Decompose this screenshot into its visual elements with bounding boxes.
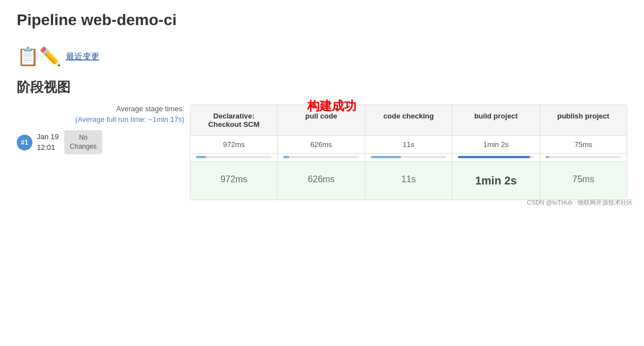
build-date: Jan 19 [37,132,59,142]
notebook-icon: 📋✏️ [17,46,61,67]
progress-bar-cell-4 [540,154,627,162]
progress-bar-cell-2 [365,154,452,162]
data-cell-1[interactable]: 626ms [278,162,365,200]
avg-full-run-suffix: run time: ~1min 17s) [116,115,184,124]
progress-bar-cell-0 [190,154,278,162]
avg-stage-times-label: Average stage times: [17,105,184,113]
build-time: 12:01 [37,143,59,153]
pipeline-header: Declarative: Checkout SCMpull codecode c… [190,105,627,136]
pipeline-header-cell-2: code checking [365,105,452,135]
stage-area: Average stage times: (Average full run t… [17,105,627,200]
avg-time-cell-3: 1min 2s [452,136,540,153]
data-cell-4[interactable]: 75ms [540,162,627,200]
data-cell-2[interactable]: 11s [365,162,452,200]
avg-time-cell-1: 626ms [278,136,365,153]
avg-time-cell-4: 75ms [540,136,627,153]
build-badge[interactable]: #1 [17,135,32,150]
data-cell-3[interactable]: 1min 2s [452,162,540,200]
build-info: Jan 19 12:01 [37,132,59,152]
avg-times-row: 972ms626ms11s1min 2s75ms [190,136,627,154]
watermark: CSDN @IoTHub · 物联网开源技术社区 [527,198,633,207]
pipeline-header-cell-4: publish project [540,105,627,135]
left-panel: Average stage times: (Average full run t… [17,105,190,154]
recent-changes-link[interactable]: 最近变更 [66,51,99,62]
progress-bar-cell-1 [278,154,365,162]
avg-full-run-prefix: (Average [75,115,107,124]
data-cell-0[interactable]: 972ms [190,162,278,200]
pipeline-header-cell-0: Declarative: Checkout SCM [190,105,278,135]
progress-bar-cell-3 [452,154,540,162]
pipeline-table: Declarative: Checkout SCMpull codecode c… [190,105,627,200]
avg-time-cell-0: 972ms [190,136,278,153]
recent-changes-row: 📋✏️ 最近变更 [17,46,627,67]
pipeline-header-cell-3: build project [452,105,540,135]
avg-full-run-label: (Average full run time: ~1min 17s) [17,115,184,124]
build-row: #1 Jan 19 12:01 NoChanges [17,130,184,154]
avg-time-cell-2: 11s [365,136,452,153]
build-success-text: 构建成功 [307,98,356,115]
progress-bar-row [190,154,627,162]
data-row: 972ms626ms11s1min 2s75ms [190,162,627,200]
stage-view-title: 阶段视图 [17,78,627,96]
page-title: Pipeline web-demo-ci [17,11,627,29]
avg-full-run-link[interactable]: full [107,115,116,124]
no-changes-badge: NoChanges [64,130,102,154]
